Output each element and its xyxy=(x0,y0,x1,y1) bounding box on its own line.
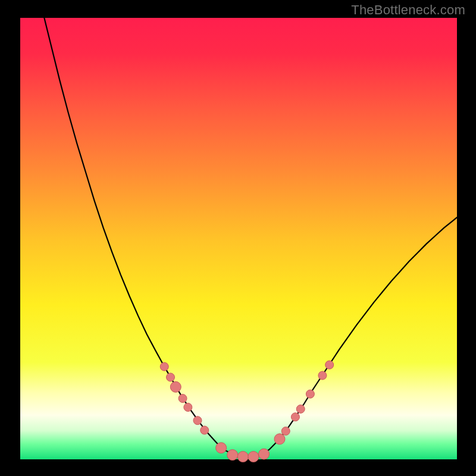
chart-frame: TheBottleneck.com xyxy=(0,0,476,476)
data-marker xyxy=(274,434,285,444)
data-marker xyxy=(248,452,259,462)
data-marker xyxy=(325,361,334,369)
watermark-text: TheBottleneck.com xyxy=(351,2,465,18)
data-marker xyxy=(216,443,227,453)
data-marker xyxy=(178,394,187,403)
data-marker xyxy=(170,381,181,392)
data-marker xyxy=(160,362,168,371)
data-marker xyxy=(201,426,209,434)
data-marker xyxy=(193,416,202,425)
data-marker xyxy=(291,413,299,421)
bottleneck-plot xyxy=(0,0,476,476)
data-marker xyxy=(306,390,314,398)
data-marker xyxy=(296,405,305,413)
plot-background xyxy=(20,18,457,459)
data-marker xyxy=(259,449,270,459)
data-marker xyxy=(227,450,238,461)
data-marker xyxy=(167,373,175,381)
data-marker xyxy=(281,427,290,436)
data-marker xyxy=(237,452,248,462)
data-marker xyxy=(318,371,327,380)
data-marker xyxy=(184,403,192,411)
